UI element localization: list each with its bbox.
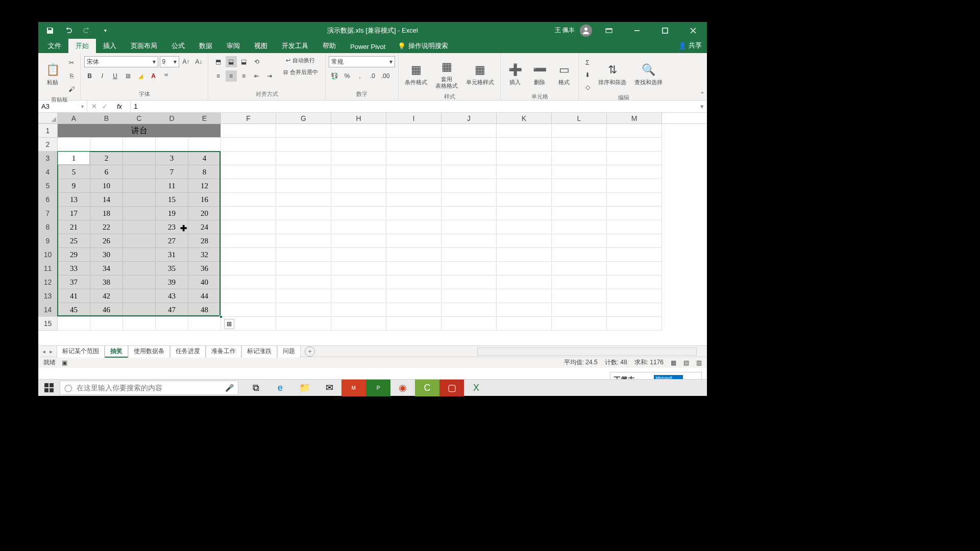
mic-icon[interactable]: 🎤 [225, 384, 234, 392]
cell[interactable] [497, 138, 552, 152]
cell[interactable] [123, 262, 156, 276]
fill-handle-icon[interactable] [219, 315, 223, 318]
cell[interactable] [331, 179, 386, 193]
share-button[interactable]: 👤 共享 [678, 41, 702, 50]
cell[interactable] [386, 234, 442, 248]
cell[interactable] [276, 165, 331, 179]
column-header[interactable]: A [58, 113, 90, 123]
cell[interactable] [221, 179, 276, 193]
row-header[interactable]: 5 [38, 179, 58, 193]
select-all-corner[interactable] [38, 113, 58, 123]
cell[interactable] [552, 165, 607, 179]
cell[interactable] [497, 152, 552, 165]
currency-icon[interactable]: 💱 [329, 70, 340, 82]
cell[interactable] [123, 165, 156, 179]
cell[interactable] [607, 262, 662, 276]
fill-icon[interactable]: ⬇ [582, 69, 593, 81]
cell[interactable]: 26 [90, 234, 123, 248]
align-bottom-icon[interactable]: ⬓ [238, 56, 250, 67]
cell[interactable] [276, 220, 331, 234]
cell[interactable] [497, 276, 552, 289]
cell[interactable] [552, 179, 607, 193]
cell[interactable] [442, 165, 497, 179]
cell[interactable]: 27 [156, 234, 188, 248]
column-header[interactable]: E [188, 113, 221, 123]
decrease-font-icon[interactable]: A↓ [193, 56, 205, 67]
cell[interactable] [497, 165, 552, 179]
cell[interactable] [331, 303, 386, 317]
cell[interactable] [221, 248, 276, 262]
cell[interactable] [221, 138, 276, 152]
cell[interactable]: 18 [90, 207, 123, 220]
maximize-icon[interactable] [653, 22, 676, 39]
cell[interactable] [552, 207, 607, 220]
cell[interactable] [497, 262, 552, 276]
column-header[interactable]: M [607, 113, 662, 123]
spreadsheet-grid[interactable]: ABCDEFGHIJKLM 1讲台23123445678591011126131… [38, 113, 707, 345]
view-layout-icon[interactable]: ▤ [683, 359, 689, 366]
cell[interactable] [276, 193, 331, 207]
cell[interactable]: 20 [188, 207, 221, 220]
row-header[interactable]: 8 [38, 220, 58, 234]
align-left-icon[interactable]: ≡ [213, 70, 224, 82]
cells-insert-button[interactable]: ➕插入 [504, 56, 526, 92]
cell[interactable]: 42 [90, 289, 123, 303]
column-header[interactable]: D [156, 113, 188, 123]
format-painter-icon[interactable]: 🖌 [66, 84, 77, 95]
tab-help[interactable]: 帮助 [315, 39, 343, 53]
cell[interactable] [123, 179, 156, 193]
cell[interactable]: 39 [156, 276, 188, 289]
orientation-icon[interactable]: ⟲ [251, 56, 262, 67]
cell[interactable] [497, 303, 552, 317]
sheet-tab[interactable]: 标记某个范围 [57, 345, 105, 358]
quick-analysis-icon[interactable]: ⊞ [224, 319, 234, 329]
cell[interactable] [497, 289, 552, 303]
collapse-ribbon-icon[interactable]: ⌃ [700, 91, 705, 98]
cell[interactable] [221, 207, 276, 220]
cell[interactable] [123, 207, 156, 220]
cell[interactable] [221, 303, 276, 317]
cell[interactable]: 38 [90, 276, 123, 289]
cell[interactable] [276, 152, 331, 165]
underline-button[interactable]: U [110, 70, 121, 82]
align-center-icon[interactable]: ≡ [226, 70, 237, 82]
cell[interactable] [276, 179, 331, 193]
cell[interactable] [386, 124, 442, 138]
cell[interactable] [607, 289, 662, 303]
formula-input[interactable]: 1 [131, 103, 697, 110]
cell[interactable] [386, 276, 442, 289]
cell[interactable]: 24 [188, 220, 221, 234]
add-sheet-button[interactable]: + [305, 346, 315, 357]
cell[interactable] [497, 317, 552, 331]
cell[interactable] [58, 317, 90, 331]
cell[interactable] [123, 220, 156, 234]
cell[interactable] [386, 179, 442, 193]
cell[interactable] [331, 193, 386, 207]
wrap-text-button[interactable]: ↩自动换行 [280, 56, 321, 65]
cell[interactable]: 29 [58, 248, 90, 262]
undo-icon[interactable] [64, 26, 73, 35]
cell[interactable] [442, 152, 497, 165]
cell[interactable] [331, 248, 386, 262]
fill-color-icon[interactable]: ◢ [135, 70, 146, 82]
cell[interactable] [386, 138, 442, 152]
cell[interactable] [497, 207, 552, 220]
cell[interactable] [442, 234, 497, 248]
cell[interactable]: 28 [188, 234, 221, 248]
cell[interactable] [386, 207, 442, 220]
cell[interactable]: 44 [188, 289, 221, 303]
cell[interactable] [221, 165, 276, 179]
cell[interactable] [221, 234, 276, 248]
redo-icon[interactable] [82, 26, 91, 35]
excel-taskbar-icon[interactable]: X [464, 380, 488, 396]
tab-view[interactable]: 视图 [247, 39, 275, 53]
sheet-tab[interactable]: 标记涨跌 [241, 345, 277, 358]
tab-file[interactable]: 文件 [41, 39, 68, 53]
tab-dev[interactable]: 开发工具 [275, 39, 315, 53]
row-header[interactable]: 1 [38, 124, 58, 138]
row-header[interactable]: 7 [38, 207, 58, 220]
taskbar-search[interactable]: ◯ 🎤 [60, 381, 238, 395]
cell[interactable] [552, 262, 607, 276]
cell[interactable] [442, 289, 497, 303]
copy-icon[interactable]: ⎘ [66, 70, 77, 82]
